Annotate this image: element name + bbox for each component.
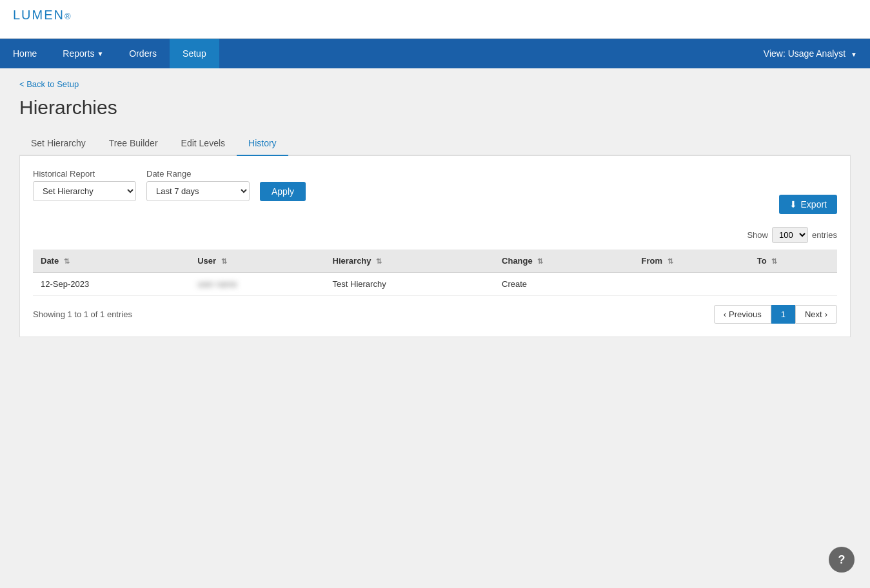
tab-edit-levels[interactable]: Edit Levels [170,132,237,156]
cell-change: Create [494,273,633,296]
show-label: Show [747,230,768,240]
cell-from [634,273,749,296]
view-selector[interactable]: View: Usage Analyst ▼ [764,48,857,59]
nav-bar: Home Reports ▼ Orders Setup View: Usage … [0,39,870,68]
col-user-label: User [197,256,216,266]
nav-setup-label: Setup [183,48,206,59]
col-hierarchy-sort-icon: ⇅ [376,257,382,266]
col-date[interactable]: Date ⇅ [33,250,190,273]
history-panel: Historical Report Set Hierarchy Edit Lev… [19,156,851,337]
pagination: ‹ Previous 1 Next › [714,305,837,324]
col-date-label: Date [41,256,59,266]
show-entries-row: Show 10 25 50 100 entries [33,227,837,243]
historical-report-label: Historical Report [33,169,136,179]
col-from-sort-icon: ⇅ [667,257,673,266]
tab-tree-builder-label: Tree Builder [109,138,158,148]
col-change[interactable]: Change ⇅ [494,250,633,273]
col-change-label: Change [502,256,533,266]
nav-setup[interactable]: Setup [170,39,219,68]
col-to-sort-icon: ⇅ [771,257,777,266]
col-date-sort-icon: ⇅ [64,257,70,266]
apply-label: Apply [272,186,294,197]
view-label: View: Usage Analyst [764,48,845,59]
nav-home[interactable]: Home [0,39,50,68]
col-to[interactable]: To ⇅ [749,250,837,273]
back-to-setup-label: < Back to Setup [19,79,79,89]
previous-button[interactable]: ‹ Previous [714,305,771,324]
nav-orders-label: Orders [129,48,157,59]
next-chevron-icon: › [825,309,827,319]
table-header-row: Date ⇅ User ⇅ Hierarchy ⇅ Change ⇅ [33,250,837,273]
entries-label: entries [812,230,837,240]
export-button[interactable]: ⬇ Export [779,195,837,214]
view-dropdown-arrow: ▼ [851,51,857,58]
main-content: < Back to Setup Hierarchies Set Hierarch… [0,68,870,357]
nav-orders[interactable]: Orders [116,39,170,68]
logo-text: LUMEN [13,8,64,22]
export-label: Export [801,199,827,210]
date-range-select[interactable]: Last 7 days Last 30 days Last 90 days Cu… [146,181,250,201]
tab-tree-builder[interactable]: Tree Builder [97,132,170,156]
page-1-button[interactable]: 1 [771,305,795,324]
nav-reports-arrow: ▼ [97,50,103,57]
col-hierarchy[interactable]: Hierarchy ⇅ [325,250,495,273]
entries-per-page-select[interactable]: 10 25 50 100 [772,227,808,243]
nav-right: View: Usage Analyst ▼ [764,39,870,68]
table-body: 12-Sep-2023 user name Test Hierarchy Cre… [33,273,837,296]
nav-left: Home Reports ▼ Orders Setup [0,39,219,68]
trademark: ® [64,12,72,21]
filter-row: Historical Report Set Hierarchy Edit Lev… [33,169,306,201]
tab-set-hierarchy-label: Set Hierarchy [31,138,86,148]
filter-top-row: Historical Report Set Hierarchy Edit Lev… [33,169,837,214]
nav-reports-label: Reports [63,48,94,59]
logo: LUMEN® [13,8,857,30]
col-user[interactable]: User ⇅ [190,250,324,273]
cell-user: user name [190,273,324,296]
logo-bar: LUMEN® [0,0,870,39]
apply-button[interactable]: Apply [260,182,306,201]
history-table: Date ⇅ User ⇅ Hierarchy ⇅ Change ⇅ [33,250,837,296]
col-from[interactable]: From ⇅ [634,250,749,273]
next-button[interactable]: Next › [795,305,837,324]
cell-hierarchy: Test Hierarchy [325,273,495,296]
tab-history[interactable]: History [237,132,288,156]
previous-label: Previous [729,309,762,319]
cell-date: 12-Sep-2023 [33,273,190,296]
next-label: Next [805,309,822,319]
table-row: 12-Sep-2023 user name Test Hierarchy Cre… [33,273,837,296]
date-range-label: Date Range [146,169,250,179]
col-to-label: To [757,256,767,266]
showing-entries-text: Showing 1 to 1 of 1 entries [33,309,132,319]
export-icon: ⬇ [789,199,797,210]
historical-report-group: Historical Report Set Hierarchy Edit Lev… [33,169,136,201]
page-title: Hierarchies [19,97,851,119]
cell-to [749,273,837,296]
date-range-group: Date Range Last 7 days Last 30 days Last… [146,169,250,201]
tab-history-label: History [248,138,277,148]
col-user-sort-icon: ⇅ [221,257,227,266]
cell-user-value: user name [197,279,237,289]
page-1-label: 1 [781,309,786,319]
col-from-label: From [642,256,663,266]
nav-reports[interactable]: Reports ▼ [50,39,116,68]
tab-edit-levels-label: Edit Levels [181,138,225,148]
tab-set-hierarchy[interactable]: Set Hierarchy [19,132,97,156]
col-hierarchy-label: Hierarchy [333,256,371,266]
historical-report-select[interactable]: Set Hierarchy Edit Levels Tree Builder [33,181,136,201]
tabs-container: Set Hierarchy Tree Builder Edit Levels H… [19,132,851,156]
table-header: Date ⇅ User ⇅ Hierarchy ⇅ Change ⇅ [33,250,837,273]
nav-home-label: Home [13,48,37,59]
table-footer: Showing 1 to 1 of 1 entries ‹ Previous 1… [33,305,837,324]
col-change-sort-icon: ⇅ [537,257,543,266]
back-to-setup-link[interactable]: < Back to Setup [19,79,79,89]
previous-chevron-icon: ‹ [724,309,726,319]
